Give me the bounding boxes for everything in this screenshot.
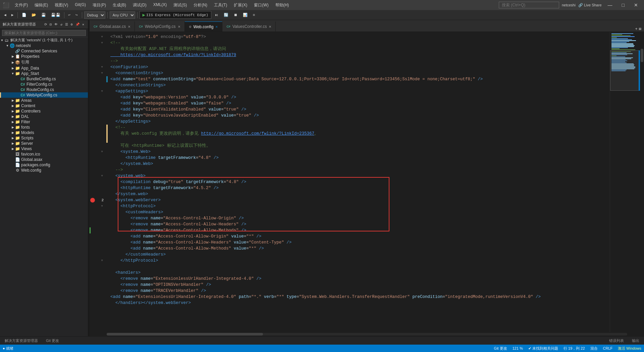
tree-filterconfig[interactable]: C# FilterConfig.cs [0,82,88,87]
redo-btn[interactable]: ↪ [73,12,80,18]
close-tabs-btn[interactable]: ⊞ [639,27,641,32]
tab-global-asax[interactable]: C# Global.asax.cs ✕ [90,21,135,32]
close-panel-btn[interactable]: ✕ [81,22,85,27]
menu-analyze[interactable]: 分析(N) [190,1,211,9]
bottom-tab-error-list[interactable]: 错误列表 [607,337,626,344]
tree-app-start[interactable]: ▼ 📁 App_Start [0,71,88,76]
bottom-tab-git-changes[interactable]: Git 更改 [44,337,61,344]
stop-btn[interactable]: ⏹ [232,12,239,18]
tab-valuescontroller-close[interactable]: ✕ [269,25,271,29]
run-button[interactable]: ▶ IIS Express (Microsoft Edge) [140,11,211,19]
tree-fonts[interactable]: ▶ 📁 fonts [0,125,88,130]
tree-scripts[interactable]: ▶ 📁 Scripts [0,135,88,141]
tree-references[interactable]: ▶ 📦 引用 [0,59,88,65]
bottom-tab-output[interactable]: 输出 [630,337,641,344]
save-btn[interactable]: 💾 [39,12,48,18]
menu-file[interactable]: 文件(F) [11,1,31,9]
models-icon: 📁 [15,130,20,135]
menu-project[interactable]: 项目(P) [89,1,109,9]
refresh-btn[interactable]: 🔄 [222,12,230,18]
minimap-viewport-indicator[interactable] [610,50,640,91]
tree-controllers[interactable]: ▶ 📁 Controllers [0,108,88,114]
perf-btn[interactable]: 📊 [241,12,250,18]
menu-tools[interactable]: 工具(T) [211,1,230,9]
menu-view[interactable]: 视图(V) [51,1,71,9]
platform-dropdown[interactable]: Any CPU [110,11,135,19]
horizontal-scrollbar[interactable] [90,332,644,336]
fold-7[interactable]: ▼ [101,72,103,75]
menu-xml[interactable]: XML(X) [150,1,170,9]
tree-app-data[interactable]: ▶ 📁 App_Data [0,65,88,71]
sync-btn[interactable]: ⟳ [43,22,48,27]
tab-web-config[interactable]: ⚙ Web.config ✕ [185,21,223,32]
tab-valuescontroller[interactable]: C# ValuesController.cs ✕ [222,21,276,32]
tree-properties[interactable]: ▶ 📋 Properties [0,54,88,59]
tree-connected-services[interactable]: 🔗 Connected Services [0,48,88,54]
tree-web-config[interactable]: ⚙ Web.config [0,168,88,173]
new-file-btn[interactable]: 📄 [20,12,29,18]
global-search-input[interactable] [499,2,559,8]
menu-git[interactable]: Git(G) [71,1,89,9]
vertical-scrollbar[interactable] [640,32,644,332]
tree-project[interactable]: ▼ 🌐 netceshi [0,43,88,48]
tree-areas[interactable]: ▶ 📁 Areas [0,98,88,103]
maximize-btn[interactable]: □ [619,2,628,8]
menu-test[interactable]: 测试(S) [170,1,190,9]
tab-webapiconfig-close[interactable]: ✕ [178,25,180,29]
menu-window[interactable]: 窗口(W) [251,1,272,9]
menu-build[interactable]: 生成(B) [109,1,129,9]
forward-btn[interactable]: ▶ [9,12,16,18]
hscroll-track[interactable] [107,333,627,336]
tree-packages-config[interactable]: 📄 packages.config [0,162,88,168]
code-content[interactable]: <?xml version="1.0" encoding="utf-8"?> <… [108,32,610,332]
config-dropdown[interactable]: Debug [84,11,105,19]
refresh-tree-btn[interactable]: ↺ [59,22,63,27]
back-btn[interactable]: ◀ [2,12,8,18]
tree-bundleconfig[interactable]: C# BundleConfig.cs [0,76,88,82]
tree-solution[interactable]: ▼ 🗂 解决方案 'netceshi' (1 个项目, 共 1 个) [0,37,88,43]
properties-btn[interactable]: ⚙ [70,22,74,27]
tree-global-asax[interactable]: 📄 Global.asax [0,157,88,162]
pin-btn[interactable]: 📌 [74,22,80,27]
show-all-btn[interactable]: 👁 [53,22,59,27]
tree-content[interactable]: ▶ 📁 Content [0,103,88,108]
tree-search-input[interactable] [2,30,86,36]
fold-20[interactable]: ▼ [101,150,103,153]
attach-btn[interactable]: ⏯ [213,12,220,18]
bottom-tab-solution-explorer[interactable]: 解决方案资源管理器 [3,337,40,344]
close-btn[interactable]: ✕ [631,2,641,8]
fold-10[interactable]: ▼ [101,90,103,93]
tree-server[interactable]: ▶ 📁 Server [0,141,88,146]
tree-routeconfig[interactable]: C# RouteConfig.cs [0,87,88,92]
save-all-btn[interactable]: 💾💾 [49,12,62,18]
tree-models[interactable]: ▶ 📁 Models [0,130,88,135]
status-git[interactable]: Git 更改 [494,346,507,351]
scrollbar-thumb[interactable] [641,49,643,62]
menu-extensions[interactable]: 扩展(X) [230,1,251,9]
menu-help[interactable]: 帮助(H) [272,1,292,9]
fold-2[interactable]: ▼ [101,41,103,45]
hscroll-thumb[interactable] [107,333,263,336]
menu-debug[interactable]: 调试(D) [129,1,150,9]
collapse-all-btn[interactable]: ⊟ [49,22,53,27]
open-btn[interactable]: 📂 [30,12,38,18]
minimize-btn[interactable]: — [604,2,616,8]
undo-btn[interactable]: ↩ [66,12,72,18]
tree-filter[interactable]: ▶ 📁 Filter [0,119,88,125]
fold-29[interactable]: ▼ [101,205,103,208]
tree-views[interactable]: ▶ 📁 Views [0,146,88,151]
fold-38[interactable]: ▼ [101,259,103,262]
tab-global-asax-close[interactable]: ✕ [128,25,130,29]
tree-favicon[interactable]: 🖼 favicon.ico [0,151,88,157]
fold-24[interactable]: ▼ [101,174,103,178]
more-btn[interactable]: ≡ [251,12,257,18]
fold-1[interactable]: ▼ [101,35,103,39]
menu-edit[interactable]: 编辑(E) [31,1,51,9]
tree-dal[interactable]: ▶ 📁 DAL [0,114,88,119]
tree-webapiconfig[interactable]: C# WebApiConfig.cs [0,92,88,98]
tab-webapiconfig[interactable]: C# WebApiConfig.cs ✕ [135,21,184,32]
filter-btn[interactable]: ☰ [64,22,69,27]
live-share-btn[interactable]: 🔗 Live Share [578,3,602,7]
fold-6[interactable]: ▼ [101,65,103,69]
new-tab-btn[interactable]: + [635,27,638,32]
